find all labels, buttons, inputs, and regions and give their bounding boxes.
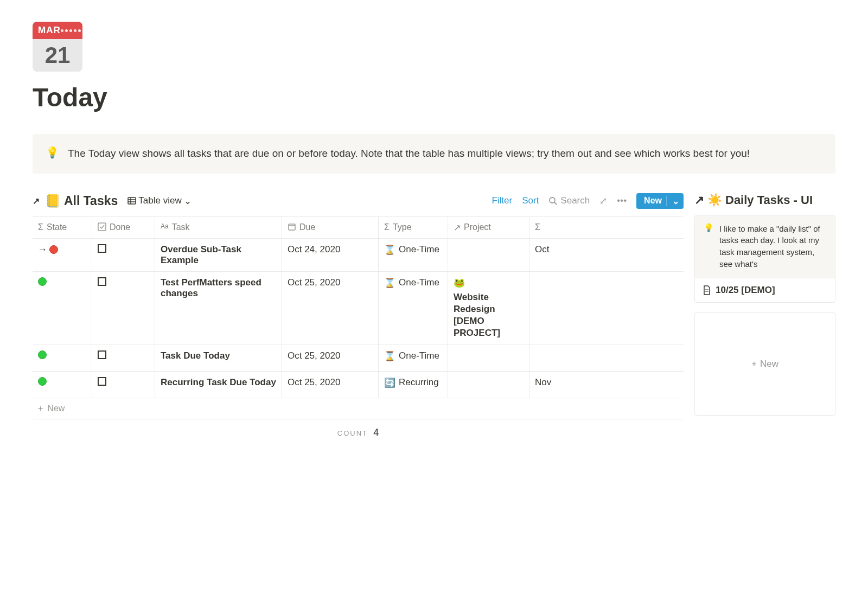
state-arrow-icon: [38, 244, 58, 255]
state-dot: [38, 377, 47, 386]
type-icon: ⌛: [384, 244, 395, 256]
checkbox[interactable]: [98, 277, 106, 286]
project-icon: 🐸: [454, 277, 465, 289]
add-row[interactable]: + New: [33, 398, 684, 419]
cell-state: [33, 239, 92, 271]
cell-extra: [529, 272, 551, 345]
sidebar-db-title[interactable]: Daily Tasks - UI: [725, 193, 813, 207]
page-icon[interactable]: MAR 21: [33, 22, 82, 72]
cell-due[interactable]: Oct 25, 2020: [282, 372, 379, 398]
arrow-ne-icon[interactable]: ↗: [33, 196, 40, 206]
state-dot: [38, 350, 47, 359]
col-due[interactable]: Due: [282, 217, 379, 238]
cell-type[interactable]: ⌛One-Time: [379, 272, 448, 345]
chevron-down-icon[interactable]: ⌄: [666, 196, 679, 206]
cell-due[interactable]: Oct 25, 2020: [282, 272, 379, 345]
task-name: Overdue Sub-Task Example: [161, 244, 276, 266]
table-row[interactable]: Overdue Sub-Task ExampleOct 24, 2020⌛One…: [33, 239, 684, 272]
cell-project[interactable]: [448, 372, 529, 398]
note-preview-text: I like to make a "daily list" of tasks e…: [719, 223, 826, 270]
cell-type[interactable]: 🔄Recurring: [379, 372, 448, 398]
col-type[interactable]: ΣType: [379, 217, 448, 238]
type-icon: ⌛: [384, 277, 395, 289]
svg-rect-7: [289, 224, 295, 230]
task-name: Task Due Today: [161, 350, 230, 361]
cell-project[interactable]: [448, 239, 529, 271]
checkbox[interactable]: [98, 244, 106, 253]
calendar-icon: [288, 222, 296, 231]
cell-type[interactable]: ⌛One-Time: [379, 345, 448, 371]
cell-project[interactable]: [448, 345, 529, 371]
sigma-icon: Σ: [384, 222, 390, 232]
note-title: 10/25 [DEMO]: [716, 285, 775, 296]
more-icon[interactable]: •••: [617, 195, 627, 206]
chevron-down-icon: ⌄: [184, 195, 192, 207]
checkbox[interactable]: [98, 350, 106, 359]
page-title[interactable]: Today: [33, 82, 835, 112]
cal-month: MAR: [38, 25, 61, 36]
cal-day: 21: [45, 42, 71, 68]
cell-task[interactable]: Overdue Sub-Task Example: [155, 239, 282, 271]
expand-icon[interactable]: ⤢: [599, 195, 607, 207]
cell-project[interactable]: 🐸 Website Redesign [DEMO PROJECT]: [448, 272, 529, 345]
sigma-icon: Σ: [38, 222, 43, 232]
lightbulb-icon: 💡: [704, 223, 714, 270]
note-card[interactable]: 💡 I like to make a "daily list" of tasks…: [694, 215, 835, 303]
database-title[interactable]: All Tasks: [64, 194, 118, 208]
table-row[interactable]: Test PerfMatters speed changesOct 25, 20…: [33, 272, 684, 345]
arrow-ne-icon[interactable]: ↗: [694, 193, 704, 207]
plus-icon: +: [38, 404, 43, 413]
checkbox-icon: [98, 222, 106, 231]
col-task[interactable]: AaTask: [155, 217, 282, 238]
cell-task[interactable]: Recurring Task Due Today: [155, 372, 282, 398]
cell-due[interactable]: Oct 25, 2020: [282, 345, 379, 371]
checkbox[interactable]: [98, 377, 106, 386]
cell-state: [33, 372, 92, 398]
callout-text: The Today view shows all tasks that are …: [68, 146, 750, 162]
search-button[interactable]: Search: [548, 195, 590, 206]
table-row[interactable]: Task Due TodayOct 25, 2020⌛One-Time: [33, 345, 684, 372]
count-footer: COUNT 4: [33, 419, 684, 446]
cell-done[interactable]: [92, 372, 155, 398]
view-selector[interactable]: Table view ⌄: [127, 195, 191, 207]
svg-rect-6: [98, 223, 106, 231]
lightbulb-icon: 💡: [46, 146, 59, 162]
cell-done[interactable]: [92, 239, 155, 271]
sidebar: ↗ ☀️ Daily Tasks - UI 💡 I like to make a…: [694, 193, 835, 446]
new-button[interactable]: New ⌄: [636, 193, 684, 209]
type-icon: 🔄: [384, 377, 395, 388]
cell-task[interactable]: Test PerfMatters speed changes: [155, 272, 282, 345]
cell-done[interactable]: [92, 345, 155, 371]
sun-icon: ☀️: [707, 193, 722, 207]
col-state[interactable]: ΣState: [33, 217, 92, 238]
task-name: Recurring Task Due Today: [161, 377, 276, 388]
col-project[interactable]: ↗Project: [448, 217, 529, 238]
cell-state: [33, 272, 92, 345]
tasks-table: ΣState Done AaTask Due ΣType: [33, 216, 684, 419]
sigma-icon: Σ: [535, 222, 540, 232]
cell-type[interactable]: ⌛One-Time: [379, 239, 448, 271]
table-icon: [127, 196, 136, 205]
cell-done[interactable]: [92, 272, 155, 345]
svg-rect-0: [128, 197, 136, 204]
col-done[interactable]: Done: [92, 217, 155, 238]
table-row[interactable]: Recurring Task Due TodayOct 25, 2020🔄Rec…: [33, 372, 684, 398]
table-header: ΣState Done AaTask Due ΣType: [33, 217, 684, 239]
svg-point-4: [550, 197, 555, 203]
plus-icon: +: [751, 359, 757, 369]
svg-line-5: [554, 202, 557, 205]
sort-button[interactable]: Sort: [522, 195, 539, 206]
cell-extra: Oct: [529, 239, 551, 271]
add-card[interactable]: + New: [694, 313, 835, 416]
type-icon: ⌛: [384, 350, 395, 362]
cell-extra: [529, 345, 551, 371]
cell-task[interactable]: Task Due Today: [155, 345, 282, 371]
col-extra[interactable]: Σ: [529, 217, 551, 238]
database-emoji-icon: 📒: [45, 194, 61, 208]
cell-state: [33, 345, 92, 371]
cell-due[interactable]: Oct 24, 2020: [282, 239, 379, 271]
arrow-ne-icon: ↗: [454, 222, 461, 233]
filter-button[interactable]: Filter: [492, 195, 512, 206]
cell-extra: Nov: [529, 372, 551, 398]
search-icon: [548, 196, 557, 205]
